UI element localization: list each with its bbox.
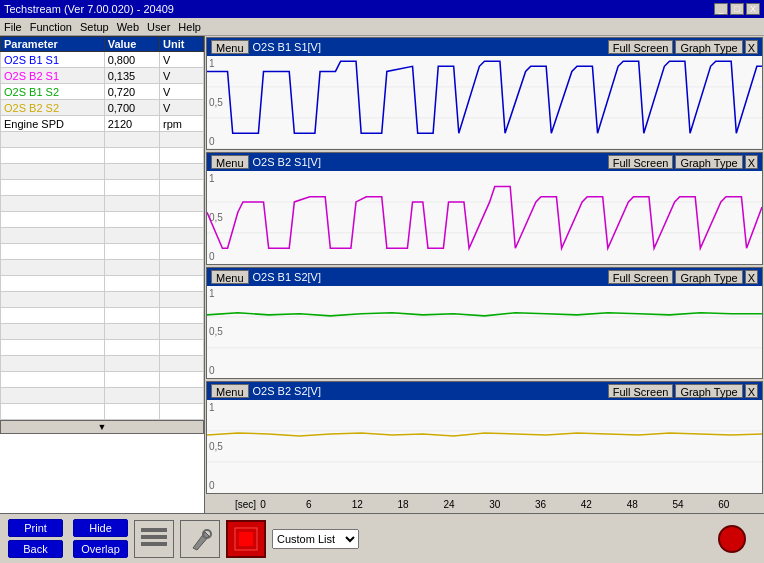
table-row (1, 340, 204, 356)
svg-rect-11 (141, 542, 167, 546)
menu-function[interactable]: Function (30, 21, 72, 33)
time-tick-48: 48 (627, 499, 673, 510)
minimize-btn[interactable]: _ (714, 3, 728, 15)
graphtype-btn-1[interactable]: Graph Type (675, 40, 742, 54)
window-controls[interactable]: _ □ X (714, 3, 760, 15)
menu-user[interactable]: User (147, 21, 170, 33)
table-row: O2S B2 S2 0,700 V (1, 100, 204, 116)
graph-svg-2 (207, 171, 762, 264)
param-value: 2120 (104, 116, 159, 132)
param-unit: V (160, 100, 204, 116)
table-row (1, 276, 204, 292)
custom-list-container: Custom List Standard List (272, 529, 359, 549)
hide-button[interactable]: Hide (73, 519, 128, 537)
graph-menu-btn-4[interactable]: Menu (211, 384, 249, 398)
graph-close-btn-4[interactable]: X (745, 384, 758, 398)
table-row: O2S B1 S1 0,800 V (1, 52, 204, 68)
time-axis-label: [sec] (235, 499, 256, 510)
fullscreen-btn-2[interactable]: Full Screen (608, 155, 674, 169)
icon-btn-1[interactable] (134, 520, 174, 558)
param-value: 0,720 (104, 84, 159, 100)
graph-title-3: O2S B1 S2[V] (253, 271, 608, 283)
col-value: Value (104, 37, 159, 52)
parameter-table: Parameter Value Unit O2S B1 S1 0,800 V O… (0, 36, 204, 420)
graph-header-4: Menu O2S B2 S2[V] Full Screen Graph Type… (207, 382, 762, 400)
table-row (1, 180, 204, 196)
graph-close-btn-2[interactable]: X (745, 155, 758, 169)
param-value: 0,135 (104, 68, 159, 84)
table-row (1, 244, 204, 260)
title-text: Techstream (Ver 7.00.020) - 20409 (4, 3, 174, 15)
menu-web[interactable]: Web (117, 21, 139, 33)
graph-title-2: O2S B2 S1[V] (253, 156, 608, 168)
menu-file[interactable]: File (4, 21, 22, 33)
time-tick-12: 12 (352, 499, 398, 510)
maximize-btn[interactable]: □ (730, 3, 744, 15)
graphtype-btn-3[interactable]: Graph Type (675, 270, 742, 284)
graph-menu-btn-3[interactable]: Menu (211, 270, 249, 284)
param-value: 0,700 (104, 100, 159, 116)
time-tick-42: 42 (581, 499, 627, 510)
time-tick-30: 30 (489, 499, 535, 510)
graphtype-btn-4[interactable]: Graph Type (675, 384, 742, 398)
param-name: O2S B1 S1 (1, 52, 105, 68)
fullscreen-btn-1[interactable]: Full Screen (608, 40, 674, 54)
param-name: O2S B1 S2 (1, 84, 105, 100)
graph-menu-btn-2[interactable]: Menu (211, 155, 249, 169)
table-row (1, 388, 204, 404)
svg-rect-10 (141, 535, 167, 539)
list-icon (139, 524, 169, 554)
graph-o2s-b1s2: Menu O2S B1 S2[V] Full Screen Graph Type… (206, 267, 763, 380)
time-tick-6: 6 (306, 499, 352, 510)
graph-svg-1 (207, 56, 762, 149)
right-buttons-group: Hide Overlap (73, 519, 128, 558)
graph-svg-3 (207, 286, 762, 379)
table-row (1, 132, 204, 148)
graph-close-btn-1[interactable]: X (745, 40, 758, 54)
graph-menu-btn-1[interactable]: Menu (211, 40, 249, 54)
table-row (1, 196, 204, 212)
menu-help[interactable]: Help (178, 21, 201, 33)
icon-btn-2[interactable] (180, 520, 220, 558)
time-tick-0: 0 (260, 499, 306, 510)
custom-list-select[interactable]: Custom List Standard List (272, 529, 359, 549)
fullscreen-btn-3[interactable]: Full Screen (608, 270, 674, 284)
time-tick-18: 18 (398, 499, 444, 510)
right-panel: Menu O2S B1 S1[V] Full Screen Graph Type… (205, 36, 764, 513)
graph-o2s-b1s1: Menu O2S B1 S1[V] Full Screen Graph Type… (206, 37, 763, 150)
param-name: O2S B2 S1 (1, 68, 105, 84)
param-name: Engine SPD (1, 116, 105, 132)
graph-header-3: Menu O2S B1 S2[V] Full Screen Graph Type… (207, 268, 762, 286)
graph-svg-4 (207, 400, 762, 493)
graph-close-btn-3[interactable]: X (745, 270, 758, 284)
overlap-button[interactable]: Overlap (73, 540, 128, 558)
time-tick-24: 24 (443, 499, 489, 510)
graph-body-1: 1 0,5 0 (207, 56, 762, 149)
param-unit: V (160, 52, 204, 68)
graphtype-btn-2[interactable]: Graph Type (675, 155, 742, 169)
graph-title-4: O2S B2 S2[V] (253, 385, 608, 397)
left-panel: Parameter Value Unit O2S B1 S1 0,800 V O… (0, 36, 205, 513)
main-content: Parameter Value Unit O2S B1 S1 0,800 V O… (0, 36, 764, 513)
param-unit: V (160, 68, 204, 84)
table-row (1, 324, 204, 340)
menu-bar: File Function Setup Web User Help (0, 18, 764, 36)
print-button[interactable]: Print (8, 519, 63, 537)
table-row (1, 260, 204, 276)
bottom-toolbar: Print Back Hide Overlap Custom List Stan… (0, 513, 764, 563)
table-row: O2S B1 S2 0,720 V (1, 84, 204, 100)
menu-setup[interactable]: Setup (80, 21, 109, 33)
graph-body-3: 1 0,5 0 (207, 286, 762, 379)
table-row (1, 404, 204, 420)
fullscreen-btn-4[interactable]: Full Screen (608, 384, 674, 398)
back-button[interactable]: Back (8, 540, 63, 558)
time-tick-60: 60 (718, 499, 764, 510)
table-row (1, 228, 204, 244)
param-name: O2S B2 S2 (1, 100, 105, 116)
graph-body-2: 1 0,5 0 (207, 171, 762, 264)
close-btn[interactable]: X (746, 3, 760, 15)
param-unit: V (160, 84, 204, 100)
svg-rect-9 (141, 528, 167, 532)
icon-btn-3[interactable] (226, 520, 266, 558)
scroll-down-arrow[interactable]: ▼ (0, 420, 204, 434)
